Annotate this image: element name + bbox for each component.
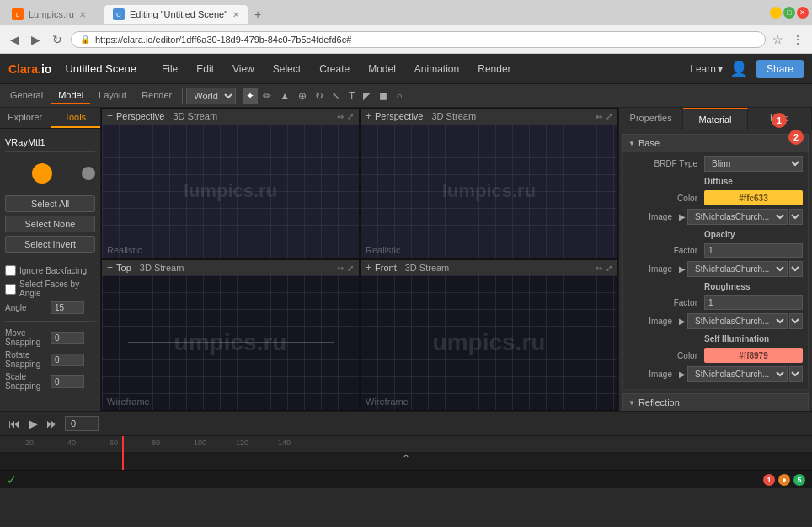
- menu-file[interactable]: File: [158, 61, 181, 77]
- select-invert-button[interactable]: Select Invert: [5, 236, 95, 253]
- viewport-icons-tl: ⇔ ⤢: [337, 112, 354, 121]
- viewport-expand-tr[interactable]: ⤢: [606, 112, 612, 121]
- status-dot-1[interactable]: 1: [763, 474, 775, 486]
- viewport-expand-tl[interactable]: ⤢: [347, 112, 354, 121]
- viewport-grid-tl: [102, 124, 359, 258]
- reflection-section-header[interactable]: ▼ Reflection: [622, 393, 809, 411]
- tab-layout[interactable]: Layout: [92, 88, 133, 104]
- timeline-play-button[interactable]: ▶: [27, 415, 40, 432]
- roughness-factor-row: Factor: [628, 295, 803, 310]
- brdf-select[interactable]: Blinn: [704, 156, 803, 172]
- bookmark-button[interactable]: ☆: [771, 31, 785, 48]
- viewport-sync-top[interactable]: ⇔: [337, 264, 344, 273]
- window-maximize-button[interactable]: □: [783, 7, 795, 19]
- menu-model[interactable]: Model: [365, 61, 399, 77]
- tool-scale[interactable]: ⤡: [329, 88, 344, 104]
- window-close-button[interactable]: ✕: [797, 7, 809, 19]
- viewport-sync-tl[interactable]: ⇔: [337, 112, 344, 121]
- base-section-header[interactable]: ▼ Base: [622, 134, 809, 152]
- viewport-content-tl[interactable]: lumpics.ru Realistic: [102, 124, 359, 258]
- tool-measure[interactable]: ◤: [360, 88, 374, 104]
- tool-shape[interactable]: ▲: [276, 88, 293, 104]
- menu-animation[interactable]: Animation: [411, 61, 462, 77]
- timeline-end-button[interactable]: ⏭: [45, 415, 60, 432]
- world-select[interactable]: World: [186, 88, 236, 104]
- diffuse-image-dropdown[interactable]: ▾: [789, 209, 803, 225]
- opacity-image-dropdown[interactable]: ▾: [789, 261, 803, 277]
- viewport-expand-front[interactable]: ⤢: [606, 264, 612, 273]
- back-button[interactable]: ◀: [7, 31, 23, 48]
- viewport-plus-tl[interactable]: +: [107, 110, 113, 122]
- viewport-expand-top[interactable]: ⤢: [347, 264, 354, 273]
- tab-close-editor[interactable]: ✕: [232, 10, 239, 19]
- window-minimize-button[interactable]: —: [770, 7, 782, 19]
- move-snapping-input[interactable]: [51, 332, 84, 344]
- forward-button[interactable]: ▶: [28, 31, 44, 48]
- learn-button[interactable]: Learn ▾: [690, 63, 723, 75]
- roughness-factor-input[interactable]: [704, 295, 803, 310]
- roughness-image-dropdown[interactable]: ▾: [789, 313, 803, 329]
- new-tab-button[interactable]: +: [248, 4, 268, 24]
- viewport-sync-tr[interactable]: ⇔: [596, 112, 602, 121]
- timeline-track[interactable]: 20 40 60 80 100 120 140 ⌃: [0, 436, 812, 470]
- self-illum-image-select[interactable]: StNicholasChurch...: [687, 366, 788, 382]
- menu-button[interactable]: ⋮: [790, 31, 805, 48]
- viewport-sync-front[interactable]: ⇔: [596, 264, 602, 273]
- tab-editor[interactable]: C Editing "Untitled Scene" ✕: [104, 5, 248, 24]
- timeline-start-button[interactable]: ⏮: [7, 415, 22, 432]
- reload-button[interactable]: ↻: [49, 31, 66, 48]
- menu-render[interactable]: Render: [474, 61, 514, 77]
- diffuse-color-swatch[interactable]: #ffc633: [704, 190, 803, 205]
- roughness-image-select[interactable]: StNicholasChurch...: [687, 313, 788, 329]
- rotate-snapping-input[interactable]: [51, 354, 84, 366]
- viewport-content-front[interactable]: umpics.ru Wireframe: [361, 275, 617, 410]
- viewport-plus-front[interactable]: +: [366, 262, 371, 274]
- viewport-content-top[interactable]: umpics.ru Wireframe: [102, 275, 359, 410]
- sidebar-tab-explorer[interactable]: Explorer: [0, 108, 51, 128]
- tool-text[interactable]: T: [345, 88, 358, 104]
- tool-move[interactable]: ⊕: [295, 88, 310, 104]
- top-view-object: [128, 342, 334, 343]
- tool-camera[interactable]: ◼: [376, 88, 391, 104]
- menu-view[interactable]: View: [229, 61, 258, 77]
- status-dot-5[interactable]: 5: [793, 474, 805, 486]
- timeline-playhead[interactable]: [122, 436, 124, 470]
- tab-properties[interactable]: Properties: [619, 108, 683, 130]
- tab-lumpics[interactable]: L Lumpics.ru ✕: [3, 5, 104, 24]
- tab-render[interactable]: Render: [135, 88, 179, 104]
- sidebar-tab-tools[interactable]: Tools: [51, 108, 101, 128]
- timeline-frame-input[interactable]: [65, 416, 99, 431]
- material-orange-ball[interactable]: [32, 163, 52, 184]
- select-faces-check[interactable]: Select Faces by Angle: [5, 278, 95, 300]
- share-button[interactable]: Share: [756, 60, 804, 78]
- select-all-button[interactable]: Select All: [5, 195, 95, 212]
- diffuse-image-select[interactable]: StNicholasChurch...: [687, 209, 788, 225]
- ignore-backfacing-check[interactable]: Ignore Backfacing: [5, 264, 95, 278]
- angle-input[interactable]: [51, 301, 84, 314]
- menu-create[interactable]: Create: [316, 61, 353, 77]
- menu-select[interactable]: Select: [270, 61, 304, 77]
- tab-material[interactable]: Material: [683, 108, 747, 130]
- tab-model[interactable]: Model: [51, 88, 90, 104]
- opacity-factor-input[interactable]: [704, 243, 803, 258]
- viewport-content-tr[interactable]: lumpics.ru Realistic: [361, 124, 617, 258]
- material-gray-ball[interactable]: [82, 167, 95, 180]
- self-illum-color-swatch[interactable]: #ff8979: [704, 348, 803, 363]
- status-dot-orange[interactable]: ●: [778, 474, 790, 486]
- self-illum-image-dropdown[interactable]: ▾: [789, 366, 803, 382]
- tab-close-lumpics[interactable]: ✕: [79, 10, 86, 19]
- menu-edit[interactable]: Edit: [193, 61, 217, 77]
- tool-rotate[interactable]: ↻: [312, 88, 327, 104]
- opacity-image-select[interactable]: StNicholasChurch...: [687, 261, 788, 277]
- tool-select[interactable]: ✦: [243, 88, 258, 104]
- viewport-plus-tr[interactable]: +: [366, 110, 371, 122]
- scale-snapping-input[interactable]: [51, 375, 84, 388]
- tab-general[interactable]: General: [3, 88, 50, 104]
- viewport-plus-top[interactable]: +: [107, 262, 113, 274]
- tool-light[interactable]: ○: [393, 88, 405, 104]
- timeline-arrow-up[interactable]: ⌃: [402, 453, 410, 465]
- select-none-button[interactable]: Select None: [5, 216, 95, 232]
- tool-paint[interactable]: ✏: [259, 88, 275, 104]
- address-bar[interactable]: 🔒 https://clara.io/editor/1dff6a30-18d9-…: [71, 31, 766, 48]
- rotate-snapping-label: Rotate Snapping: [5, 350, 47, 369]
